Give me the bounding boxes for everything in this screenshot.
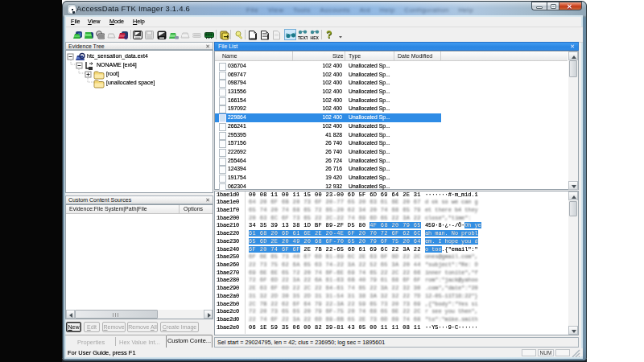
svg-text:HEX: HEX: [311, 35, 320, 40]
svg-text:TEXT: TEXT: [298, 35, 308, 40]
